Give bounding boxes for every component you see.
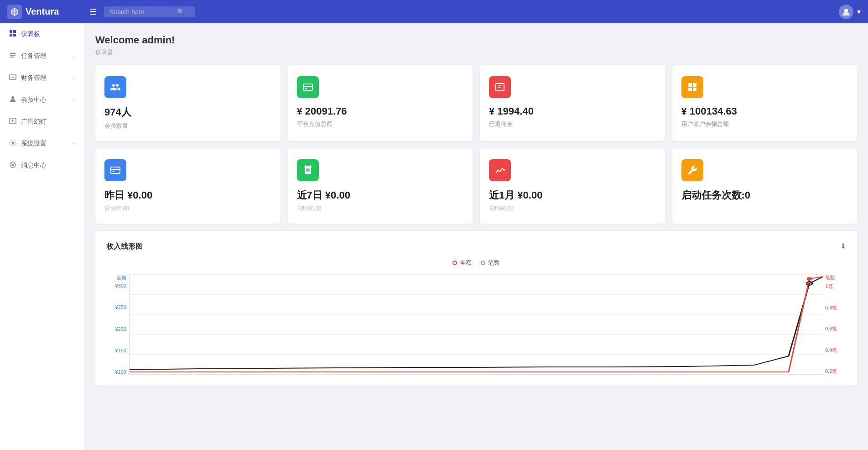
dashboard-icon	[9, 30, 16, 39]
y-left-tick: ¥150	[106, 348, 126, 353]
search-icon: 🔍	[177, 8, 185, 16]
sidebar-item-member[interactable]: 会员中心 ›	[0, 89, 84, 111]
menu-toggle-button[interactable]: ☰	[89, 7, 97, 17]
card-icon-week7	[297, 159, 319, 181]
svg-point-11	[12, 142, 14, 144]
card-icon-members	[104, 76, 126, 98]
card-value-week7: 近7日 ¥0.00	[297, 188, 464, 202]
card-sub-yesterday: 日均¥0.00	[104, 205, 271, 213]
card-icon-recharge	[297, 76, 319, 98]
card-month1: 近1月 ¥0.00 日均¥0.00	[480, 148, 665, 224]
svg-rect-21	[693, 83, 696, 87]
chart-section: 收入线形图 ⬇ 全额笔数 金额 ¥300¥250¥200¥150¥100	[95, 231, 857, 386]
svg-point-7	[11, 96, 14, 99]
svg-rect-17	[496, 84, 504, 91]
card-recharge: ¥ 20091.76 平台充值总额	[288, 65, 473, 141]
search-box: 🔍	[104, 6, 195, 17]
y-left-tick: ¥250	[106, 304, 126, 310]
svg-point-28	[503, 169, 505, 171]
logo-icon	[7, 5, 22, 19]
svg-rect-24	[111, 167, 120, 173]
sidebar-item-message[interactable]: 消息中心	[0, 155, 84, 177]
card-sub-month1: 日均¥0.00	[489, 205, 656, 213]
svg-point-13	[12, 164, 14, 166]
y-left-tick: ¥100	[106, 369, 126, 375]
logo: Ventura	[7, 5, 89, 19]
card-value-yesterday: 昨日 ¥0.00	[104, 188, 271, 202]
card-value-month1: 近1月 ¥0.00	[489, 188, 656, 202]
y-right-axis: 1笔0.8笔0.6笔0.4笔0.2笔	[825, 283, 846, 375]
sidebar-arrow-task: ›	[73, 53, 75, 59]
sidebar-item-dashboard[interactable]: 仪表板	[0, 23, 84, 45]
card-icon-month1	[489, 159, 511, 181]
card-balance: ¥ 100134.63 用户账户余额总额	[672, 65, 858, 141]
svg-point-29	[806, 277, 812, 281]
svg-rect-4	[13, 34, 16, 37]
sidebar-arrow-settings: ›	[73, 141, 75, 147]
y-right-tick: 0.6笔	[825, 325, 846, 332]
dropdown-arrow[interactable]: ▾	[857, 7, 861, 16]
member-icon	[9, 95, 16, 105]
card-value-cashback: ¥ 1994.40	[489, 105, 656, 117]
card-icon-yesterday	[104, 159, 126, 181]
svg-rect-1	[10, 30, 12, 33]
y-right-label: 笔数	[825, 274, 835, 281]
svg-rect-2	[13, 30, 16, 33]
card-tasks: 启动任务次数:0	[672, 148, 858, 224]
logo-text: Ventura	[26, 6, 59, 17]
card-label-cashback: 已返佣金	[489, 120, 656, 128]
avatar[interactable]	[839, 5, 853, 19]
cards-row2: 昨日 ¥0.00 日均¥0.00 近7日 ¥0.00 日均¥0.00 近1月 ¥…	[95, 148, 857, 224]
legend-dot	[452, 261, 457, 265]
sidebar-arrow-member: ›	[73, 97, 75, 103]
breadcrumb: 仪表盘	[95, 48, 857, 56]
card-value-balance: ¥ 100134.63	[681, 105, 848, 117]
svg-rect-22	[688, 88, 692, 91]
sidebar-item-finance[interactable]: 财务管理 ›	[0, 67, 84, 89]
sidebar-arrow-finance: ›	[73, 75, 75, 81]
legend-item-笔数: 笔数	[481, 259, 500, 267]
card-label-balance: 用户账户余额总额	[681, 120, 848, 128]
card-members: 974人 会员数量	[95, 65, 281, 141]
svg-rect-27	[305, 166, 311, 167]
sidebar-label-member: 会员中心	[21, 96, 47, 104]
chart-container: 金额 ¥300¥250¥200¥150¥100	[106, 274, 846, 375]
y-right-tick: 0.2笔	[825, 368, 846, 375]
sidebar-label-message: 消息中心	[21, 162, 47, 170]
svg-rect-3	[10, 34, 12, 37]
sidebar-item-ad[interactable]: 广告幻灯	[0, 111, 84, 133]
chart-legend: 全额笔数	[106, 259, 846, 267]
card-icon-tasks	[681, 159, 703, 181]
y-right-tick: 0.4笔	[825, 347, 846, 354]
svg-point-0	[844, 9, 848, 12]
y-left-tick: ¥300	[106, 283, 126, 288]
card-yesterday: 昨日 ¥0.00 日均¥0.00	[95, 148, 281, 224]
content-area: Welcome admin! 仪表盘 974人 会员数量 ¥ 20091.76 …	[84, 23, 868, 450]
finance-icon	[9, 73, 16, 83]
legend-dot	[481, 261, 485, 265]
settings-icon	[9, 139, 16, 148]
sidebar-label-settings: 系统设置	[21, 140, 47, 148]
card-label-recharge: 平台充值总额	[297, 120, 464, 128]
sidebar-item-settings[interactable]: 系统设置 ›	[0, 133, 84, 155]
chart-title: 收入线形图	[106, 242, 846, 251]
y-left-label: 金额	[116, 274, 126, 281]
sidebar-label-dashboard: 仪表板	[21, 30, 40, 38]
sidebar-label-ad: 广告幻灯	[21, 118, 47, 126]
main-layout: 仪表板 任务管理 › 财务管理 › 会员中心 › 广告幻灯 系统设置 › 消息中…	[0, 23, 868, 450]
chart-download-button[interactable]: ⬇	[840, 242, 846, 251]
sidebar-item-task[interactable]: 任务管理 ›	[0, 45, 84, 67]
message-icon	[9, 161, 16, 170]
header-right: ▾	[839, 5, 861, 19]
chart-svg	[130, 274, 823, 374]
card-sub-week7: 日均¥0.00	[297, 205, 464, 213]
y-left-axis: ¥300¥250¥200¥150¥100	[106, 283, 126, 375]
card-week7: 近7日 ¥0.00 日均¥0.00	[288, 148, 473, 224]
sidebar-label-task: 任务管理	[21, 52, 47, 60]
card-value-tasks: 启动任务次数:0	[681, 188, 848, 202]
svg-rect-23	[693, 88, 696, 91]
search-input[interactable]	[109, 8, 173, 16]
page-welcome: Welcome admin!	[95, 34, 857, 46]
card-icon-cashback	[489, 76, 511, 98]
card-icon-balance	[681, 76, 703, 98]
